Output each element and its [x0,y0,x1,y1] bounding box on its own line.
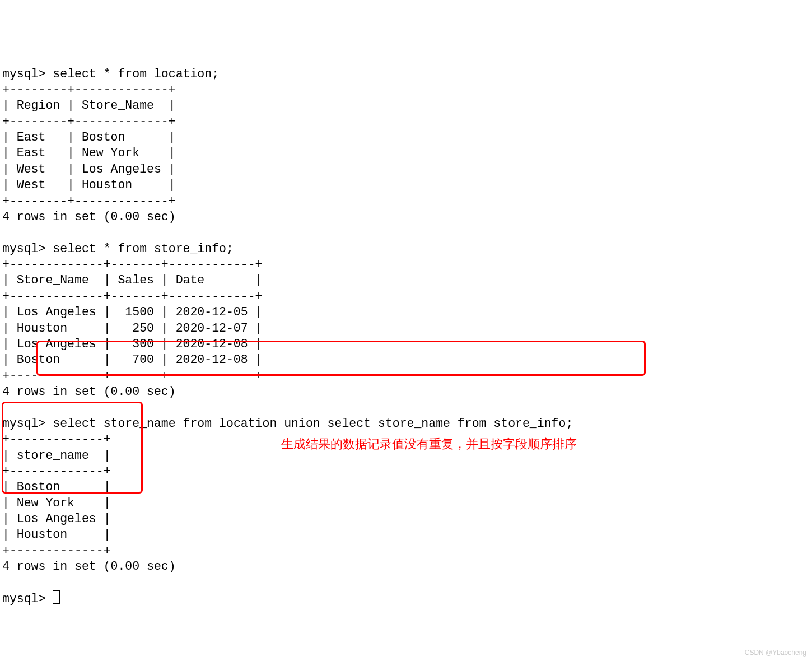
table-row: | Houston | [2,528,111,541]
annotation-text: 生成结果的数据记录值没有重复，并且按字段顺序排序 [281,436,577,452]
prompt: mysql> [2,242,53,255]
table-row: | Los Angeles | [2,512,111,525]
result-footer: 4 rows in set (0.00 sec) [2,560,176,573]
watermark: CSDN @Ybaocheng [745,649,806,658]
table-border: +-------------+-------+------------+ [2,369,262,383]
table-header: | Region | Store_Name | [2,99,176,112]
table-row: | New York | [2,496,111,510]
table-border: +--------+-------------+ [2,194,176,208]
query-3: select store_name from location union se… [53,417,573,430]
table-row: | West | Los Angeles | [2,162,176,176]
table-header: | store_name | [2,449,111,462]
result-footer: 4 rows in set (0.00 sec) [2,210,176,224]
table-border: +-------------+ [2,544,111,557]
result-footer: 4 rows in set (0.00 sec) [2,385,176,398]
table-row: | East | New York | [2,146,176,160]
table-row: | Boston | [2,480,111,494]
table-row: | East | Boston | [2,131,176,144]
table-border: +-------------+-------+------------+ [2,258,262,271]
table-row: | Los Angeles | 1500 | 2020-12-05 | [2,305,262,319]
table-row: | West | Houston | [2,178,176,192]
query-2: select * from store_info; [53,242,234,255]
table-header: | Store_Name | Sales | Date | [2,273,262,287]
table-border: +--------+-------------+ [2,83,176,96]
table-row: | Boston | 700 | 2020-12-08 | [2,353,262,366]
table-border: +-------------+-------+------------+ [2,290,262,303]
query-1: select * from location; [53,67,219,81]
table-border: +--------+-------------+ [2,115,176,128]
prompt: mysql> [2,592,53,606]
prompt: mysql> [2,67,53,81]
table-border: +-------------+ [2,432,111,446]
cursor-icon[interactable] [53,590,60,604]
table-row: | Los Angeles | 300 | 2020-12-08 | [2,337,262,351]
prompt: mysql> [2,417,53,430]
terminal-output: mysql> select * from location; +--------… [2,67,573,606]
table-border: +-------------+ [2,464,111,478]
table-row: | Houston | 250 | 2020-12-07 | [2,322,262,335]
